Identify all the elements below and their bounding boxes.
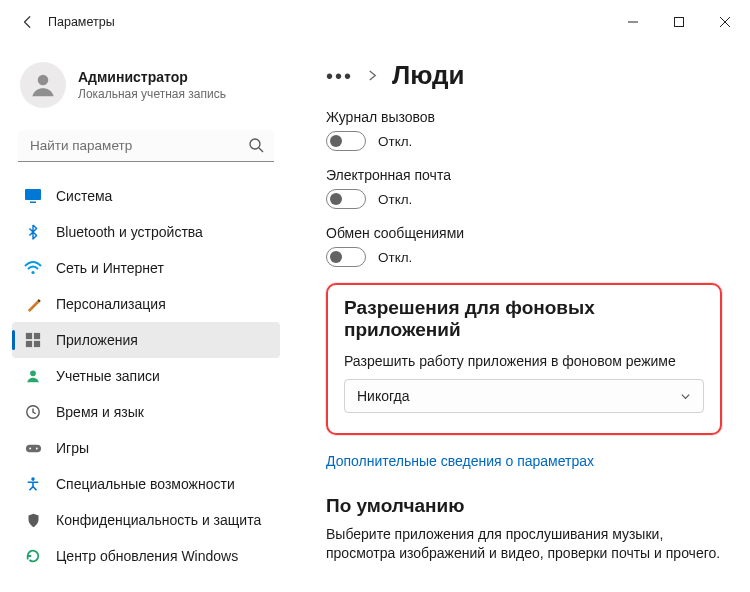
accessibility-icon bbox=[24, 475, 42, 493]
svg-point-14 bbox=[35, 447, 37, 449]
main-content: ••• Люди Журнал вызовов Откл. Электронна… bbox=[290, 44, 750, 592]
back-button[interactable] bbox=[16, 10, 40, 34]
section-title: По умолчанию bbox=[326, 495, 722, 517]
apps-icon bbox=[24, 331, 42, 349]
sidebar-item-label: Приложения bbox=[56, 332, 138, 348]
select-value: Никогда bbox=[357, 388, 409, 404]
panel-title: Разрешения для фоновых приложений bbox=[344, 297, 704, 341]
svg-point-10 bbox=[30, 370, 36, 376]
sidebar-item-accounts[interactable]: Учетные записи bbox=[12, 358, 280, 394]
sidebar-item-label: Bluetooth и устройства bbox=[56, 224, 203, 240]
sidebar-item-windows-update[interactable]: Центр обновления Windows bbox=[12, 538, 280, 574]
search-box bbox=[18, 130, 274, 162]
learn-more-link[interactable]: Дополнительные сведения о параметрах bbox=[326, 453, 594, 469]
breadcrumb: ••• Люди bbox=[326, 60, 722, 91]
sidebar-item-privacy[interactable]: Конфиденциальность и защита bbox=[12, 502, 280, 538]
sidebar-item-label: Персонализация bbox=[56, 296, 166, 312]
sidebar-item-accessibility[interactable]: Специальные возможности bbox=[12, 466, 280, 502]
svg-rect-8 bbox=[26, 341, 32, 347]
panel-desc: Разрешить работу приложения в фоновом ре… bbox=[344, 353, 704, 369]
chevron-right-icon bbox=[367, 70, 378, 81]
sidebar-item-label: Время и язык bbox=[56, 404, 144, 420]
setting-email: Электронная почта Откл. bbox=[326, 167, 722, 209]
svg-rect-9 bbox=[34, 341, 40, 347]
sidebar-item-personalization[interactable]: Персонализация bbox=[12, 286, 280, 322]
svg-rect-7 bbox=[34, 333, 40, 339]
update-icon bbox=[24, 547, 42, 565]
toggle-messaging[interactable] bbox=[326, 247, 366, 267]
user-name: Администратор bbox=[78, 69, 226, 85]
avatar bbox=[20, 62, 66, 108]
sidebar-item-label: Игры bbox=[56, 440, 89, 456]
shield-icon bbox=[24, 511, 42, 529]
window-title: Параметры bbox=[48, 15, 115, 29]
user-block[interactable]: Администратор Локальная учетная запись bbox=[8, 50, 284, 126]
minimize-button[interactable] bbox=[610, 6, 656, 38]
sidebar-item-network[interactable]: Сеть и Интернет bbox=[12, 250, 280, 286]
page-title: Люди bbox=[392, 60, 465, 91]
svg-rect-3 bbox=[25, 189, 41, 200]
svg-point-15 bbox=[31, 477, 35, 481]
sidebar-item-time-language[interactable]: Время и язык bbox=[12, 394, 280, 430]
toggle-state: Откл. bbox=[378, 192, 412, 207]
sidebar-item-gaming[interactable]: Игры bbox=[12, 430, 280, 466]
monitor-icon bbox=[24, 187, 42, 205]
sidebar-item-bluetooth[interactable]: Bluetooth и устройства bbox=[12, 214, 280, 250]
setting-call-history: Журнал вызовов Откл. bbox=[326, 109, 722, 151]
sidebar-item-label: Специальные возможности bbox=[56, 476, 235, 492]
nav-list: Система Bluetooth и устройства Сеть и Ин… bbox=[8, 174, 284, 578]
svg-rect-6 bbox=[26, 333, 32, 339]
setting-messaging: Обмен сообщениями Откл. bbox=[326, 225, 722, 267]
setting-label: Электронная почта bbox=[326, 167, 722, 183]
svg-point-1 bbox=[38, 75, 49, 86]
svg-rect-12 bbox=[25, 444, 40, 452]
svg-rect-4 bbox=[30, 202, 36, 204]
close-button[interactable] bbox=[702, 6, 748, 38]
svg-point-2 bbox=[250, 139, 260, 149]
svg-point-13 bbox=[29, 447, 31, 449]
setting-label: Обмен сообщениями bbox=[326, 225, 722, 241]
window-controls bbox=[610, 6, 748, 38]
sidebar: Администратор Локальная учетная запись С… bbox=[0, 44, 290, 592]
sidebar-item-label: Центр обновления Windows bbox=[56, 548, 238, 564]
person-icon bbox=[24, 367, 42, 385]
brush-icon bbox=[24, 295, 42, 313]
toggle-email[interactable] bbox=[326, 189, 366, 209]
toggle-state: Откл. bbox=[378, 250, 412, 265]
user-subtitle: Локальная учетная запись bbox=[78, 87, 226, 101]
setting-label: Журнал вызовов bbox=[326, 109, 722, 125]
search-icon bbox=[248, 137, 264, 153]
breadcrumb-overflow[interactable]: ••• bbox=[326, 66, 353, 86]
maximize-button[interactable] bbox=[656, 6, 702, 38]
toggle-state: Откл. bbox=[378, 134, 412, 149]
titlebar: Параметры bbox=[0, 0, 750, 44]
svg-point-5 bbox=[31, 271, 34, 274]
bluetooth-icon bbox=[24, 223, 42, 241]
clock-icon bbox=[24, 403, 42, 421]
gamepad-icon bbox=[24, 439, 42, 457]
wifi-icon bbox=[24, 259, 42, 277]
defaults-section: По умолчанию Выберите приложения для про… bbox=[326, 495, 722, 563]
sidebar-item-label: Система bbox=[56, 188, 112, 204]
sidebar-item-label: Сеть и Интернет bbox=[56, 260, 164, 276]
sidebar-item-apps[interactable]: Приложения bbox=[12, 322, 280, 358]
sidebar-item-system[interactable]: Система bbox=[12, 178, 280, 214]
background-mode-select[interactable]: Никогда bbox=[344, 379, 704, 413]
svg-rect-0 bbox=[675, 18, 684, 27]
sidebar-item-label: Конфиденциальность и защита bbox=[56, 512, 261, 528]
chevron-down-icon bbox=[680, 391, 691, 402]
toggle-call-history[interactable] bbox=[326, 131, 366, 151]
background-apps-panel: Разрешения для фоновых приложений Разреш… bbox=[326, 283, 722, 435]
sidebar-item-label: Учетные записи bbox=[56, 368, 160, 384]
search-input[interactable] bbox=[18, 130, 274, 162]
section-desc: Выберите приложения для прослушивания му… bbox=[326, 525, 722, 563]
